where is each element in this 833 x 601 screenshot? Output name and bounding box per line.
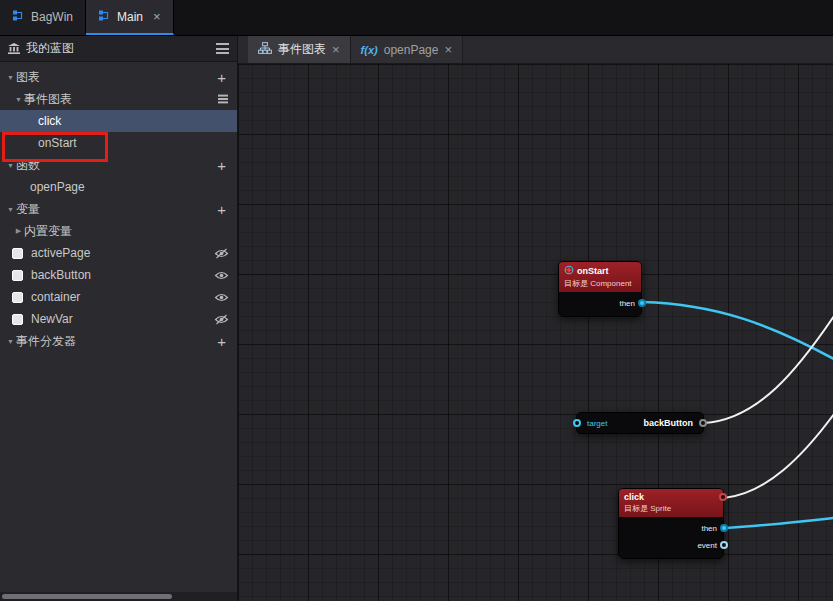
section-label: 事件分发器 bbox=[16, 333, 76, 350]
scrollbar-thumb[interactable] bbox=[2, 594, 172, 599]
node-click[interactable]: click 目标是 Sprite then event bbox=[618, 488, 724, 559]
building-icon bbox=[8, 40, 20, 58]
sidebar-header: 我的蓝图 bbox=[0, 36, 237, 62]
graph-editor-area: 事件图表 × f(x) openPage × bbox=[237, 36, 833, 601]
variable-row-container[interactable]: container bbox=[0, 286, 237, 308]
variable-value-label: backButton bbox=[644, 418, 694, 428]
variable-row-newvar[interactable]: NewVar bbox=[0, 308, 237, 330]
sidebar-horizontal-scrollbar[interactable] bbox=[0, 592, 237, 601]
blueprint-icon bbox=[98, 9, 111, 25]
close-icon[interactable]: × bbox=[332, 42, 340, 57]
wire-click-then[interactable] bbox=[724, 518, 833, 528]
chevron-down-icon[interactable]: ▼ bbox=[5, 338, 16, 345]
node-title-text: click bbox=[624, 492, 644, 502]
node-get-backbutton[interactable]: target backButton bbox=[576, 412, 704, 434]
exec-output-pin[interactable] bbox=[720, 524, 728, 532]
group-label: 内置变量 bbox=[24, 223, 72, 240]
item-label: onStart bbox=[38, 136, 77, 150]
node-body: then bbox=[559, 292, 641, 316]
tree-item-openpage[interactable]: openPage bbox=[0, 176, 237, 198]
tree-item-click[interactable]: click bbox=[0, 110, 237, 132]
variable-label: NewVar bbox=[31, 312, 73, 326]
node-header[interactable]: onStart 目标是 Component bbox=[559, 262, 641, 292]
wire-backbutton-out[interactable] bbox=[704, 316, 833, 423]
event-pin-label: event bbox=[697, 541, 717, 550]
exec-output-pin[interactable] bbox=[638, 299, 646, 307]
section-label: 函数 bbox=[16, 157, 40, 174]
node-onstart[interactable]: onStart 目标是 Component then bbox=[558, 261, 642, 317]
variable-type-chip bbox=[12, 270, 23, 281]
blueprint-icon bbox=[12, 9, 25, 25]
folder-label: 事件图表 bbox=[24, 91, 72, 108]
window-tab-main[interactable]: Main × bbox=[86, 0, 174, 35]
eye-icon[interactable] bbox=[214, 292, 229, 303]
event-output-pin[interactable] bbox=[720, 541, 728, 549]
sidebar-title: 我的蓝图 bbox=[26, 40, 210, 57]
blueprint-sidebar: 我的蓝图 ▼ 图表 + ▼ 事件图表 click bbox=[0, 36, 237, 601]
variable-type-chip bbox=[12, 248, 23, 259]
blueprint-editor-window: BagWin Main × 我的蓝图 ▼ 图表 + bbox=[0, 0, 833, 601]
variable-row-backbutton[interactable]: backButton bbox=[0, 264, 237, 286]
node-body: then event bbox=[619, 517, 723, 558]
sidebar-section-event-dispatchers[interactable]: ▼ 事件分发器 + bbox=[0, 330, 237, 352]
eye-off-icon[interactable] bbox=[214, 314, 229, 325]
node-subtitle: 目标是 Sprite bbox=[624, 503, 717, 514]
chevron-down-icon[interactable]: ▼ bbox=[5, 162, 16, 169]
section-label: 变量 bbox=[16, 201, 40, 218]
item-label: openPage bbox=[30, 180, 85, 194]
sidebar-section-functions[interactable]: ▼ 函数 + bbox=[0, 154, 237, 176]
wire-click-target[interactable] bbox=[724, 414, 833, 498]
window-tab-label: Main bbox=[117, 10, 143, 24]
sidebar-section-graphs[interactable]: ▼ 图表 + bbox=[0, 66, 237, 88]
variable-label: backButton bbox=[31, 268, 91, 282]
section-label: 图表 bbox=[16, 69, 40, 86]
node-title-text: onStart bbox=[577, 266, 609, 276]
blueprint-tree: ▼ 图表 + ▼ 事件图表 click onStart bbox=[0, 62, 237, 592]
eye-off-icon[interactable] bbox=[214, 248, 229, 259]
node-subtitle: 目标是 Component bbox=[564, 278, 635, 289]
chevron-down-icon[interactable]: ▼ bbox=[13, 96, 24, 103]
item-label: click bbox=[38, 114, 61, 128]
menu-icon[interactable] bbox=[216, 43, 229, 54]
chevron-right-icon[interactable]: ▶ bbox=[13, 227, 24, 235]
then-pin-label: then bbox=[619, 299, 635, 308]
tree-group-builtin-variables[interactable]: ▶ 内置变量 bbox=[0, 220, 237, 242]
graph-tab-label: 事件图表 bbox=[278, 41, 326, 58]
tree-folder-event-graph[interactable]: ▼ 事件图表 bbox=[0, 88, 237, 110]
list-icon[interactable] bbox=[217, 93, 229, 105]
input-pin-label: target bbox=[587, 419, 607, 428]
event-spark-icon bbox=[564, 265, 574, 277]
close-icon[interactable]: × bbox=[444, 42, 452, 57]
wire-onstart-then[interactable] bbox=[642, 302, 833, 359]
window-tab-bar: BagWin Main × bbox=[0, 0, 833, 36]
add-function-button[interactable]: + bbox=[214, 158, 229, 173]
add-dispatcher-button[interactable]: + bbox=[214, 334, 229, 349]
add-variable-button[interactable]: + bbox=[214, 202, 229, 217]
close-icon[interactable]: × bbox=[153, 9, 161, 24]
tree-item-onstart[interactable]: onStart bbox=[0, 132, 237, 154]
node-header[interactable]: click 目标是 Sprite bbox=[619, 489, 723, 517]
delegate-output-pin[interactable] bbox=[719, 493, 727, 501]
wire-layer bbox=[238, 64, 833, 601]
chevron-down-icon[interactable]: ▼ bbox=[5, 206, 16, 213]
sidebar-section-variables[interactable]: ▼ 变量 + bbox=[0, 198, 237, 220]
window-tab-bagwin[interactable]: BagWin bbox=[0, 0, 86, 35]
hierarchy-icon bbox=[258, 42, 272, 57]
variable-type-chip bbox=[12, 314, 23, 325]
variable-row-activepage[interactable]: activePage bbox=[0, 242, 237, 264]
window-tab-label: BagWin bbox=[31, 10, 73, 24]
graph-tab-openpage[interactable]: f(x) openPage × bbox=[351, 36, 463, 63]
then-pin-label: then bbox=[701, 524, 717, 533]
variable-label: activePage bbox=[31, 246, 90, 260]
graph-tab-event-graph[interactable]: 事件图表 × bbox=[248, 36, 351, 63]
variable-label: container bbox=[31, 290, 80, 304]
node-graph-canvas[interactable]: onStart 目标是 Component then target backBu… bbox=[238, 64, 833, 601]
add-graph-button[interactable]: + bbox=[214, 70, 229, 85]
chevron-down-icon[interactable]: ▼ bbox=[5, 74, 16, 81]
variable-type-chip bbox=[12, 292, 23, 303]
value-output-pin[interactable] bbox=[699, 419, 707, 427]
target-input-pin[interactable] bbox=[573, 419, 581, 427]
eye-icon[interactable] bbox=[214, 270, 229, 281]
graph-tab-label: openPage bbox=[384, 43, 439, 57]
graph-tab-bar: 事件图表 × f(x) openPage × bbox=[238, 36, 833, 64]
